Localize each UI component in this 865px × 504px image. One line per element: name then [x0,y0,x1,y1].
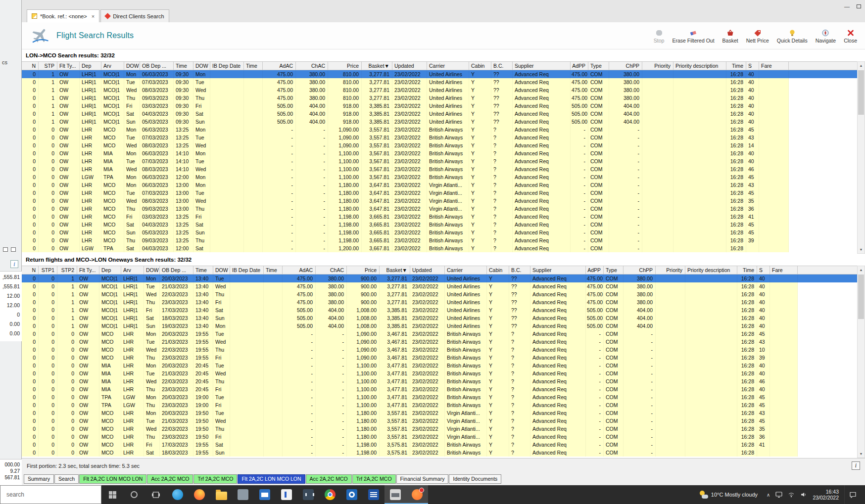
column-header-adac[interactable]: AdAC [263,62,296,70]
column-header-type[interactable]: Type [604,266,624,274]
restore-button[interactable] [857,4,861,9]
start-button[interactable] [101,485,123,504]
return-scrollbar[interactable]: ▲ ▼ [857,266,865,458]
scroll-down-icon[interactable]: ▼ [860,246,863,253]
column-header-n[interactable]: N [22,266,39,274]
result-row[interactable]: 00OWLHRMCOMon06/03/202313:00Mon--1,180.0… [22,181,857,189]
tab-booking-ref[interactable]: *Book. ref.: <none> × [27,9,99,22]
quick-details-button[interactable]: Quick Details [773,27,812,45]
result-row[interactable]: 01OWLHR|1MCO|1Wed08/03/202309:30Wed475.0… [22,86,857,94]
column-header-time[interactable]: Time [244,62,263,70]
column-header-adpp[interactable]: AdPP [586,266,604,274]
result-row[interactable]: 001OWMCO|1LHR|1Thu23/03/202313:40Fri475.… [22,298,857,306]
result-row[interactable]: 00OWLGWTPAMon06/03/202312:00Mon--1,100.0… [22,173,857,181]
display-icon[interactable] [775,492,782,498]
result-row[interactable]: 00OWLHRMCOThu09/03/202313:00Thu--1,180.0… [22,205,857,213]
bottom-tab[interactable]: Flt 2A,2C LON MCO LON [79,474,146,484]
bottom-tab[interactable]: Acc 2A,2C MCO [306,474,352,484]
column-header-basket-[interactable]: Basket▼ [380,266,410,274]
result-row[interactable]: 01OWLHR|1MCO|1Fri03/03/202309:30Fri505.0… [22,102,857,110]
panel-restore-icon[interactable] [11,247,16,252]
result-row[interactable]: 001OWMCO|1LHR|1Mon20/03/202313:40Tue475.… [22,275,857,282]
bottom-tab[interactable]: Trf 2A,2C MCO [352,474,396,484]
column-header-ib-dep-date[interactable]: IB Dep Date [230,266,264,274]
wiki-app-icon[interactable] [297,485,319,504]
column-header-time[interactable]: Time [726,62,746,70]
result-row[interactable]: 00OWLHRMCOWed08/03/202313:25Wed--1,090.0… [22,141,857,149]
result-row[interactable]: 000OWMCOLHRThu23/03/202319:50Fri--1,180.… [22,433,857,441]
column-header-basket-[interactable]: Basket▼ [362,62,392,70]
briefcase-app-icon[interactable] [232,485,254,504]
scroll-down-icon[interactable]: ▼ [860,450,863,458]
result-row[interactable]: 00OWLHRMCOSun05/03/202313:25Sun--1,198.0… [22,229,857,236]
result-row[interactable]: 00OWLHRMCOTue07/03/202313:00Tue--1,180.0… [22,189,857,197]
column-header-adac[interactable]: AdAC [283,266,316,274]
tray-expand-icon[interactable]: ∧ [767,492,770,498]
column-header-n[interactable]: N [22,62,39,70]
scroll-up-icon[interactable]: ▲ [860,62,863,69]
column-header-dep[interactable]: Dep [80,62,101,70]
result-row[interactable]: 000OWMCOLHRTue21/03/202319:50Wed--1,180.… [22,417,857,425]
column-header-cabin[interactable]: Cabin [469,62,491,70]
column-header-s[interactable]: S [757,266,770,274]
mail-icon[interactable] [254,485,276,504]
info-icon[interactable]: i [852,461,860,470]
column-header-chpp[interactable]: ChPP [609,62,642,70]
firefox-icon[interactable] [189,485,210,504]
tab-close-icon[interactable]: × [92,13,95,19]
column-header-price[interactable]: Price [328,62,362,70]
file-explorer-icon[interactable] [210,485,232,504]
column-header-s[interactable]: S [746,62,759,70]
column-header-chpp[interactable]: ChPP [624,266,656,274]
column-header-priority[interactable]: Priority [656,266,685,274]
bottom-tab[interactable]: Identity Documents [449,474,501,484]
outbound-scrollbar[interactable]: ▲ ▼ [857,61,865,254]
cortana-icon[interactable] [123,485,145,504]
column-header-b-c-[interactable]: B.C. [509,266,530,274]
bottom-tab[interactable]: Summary [24,474,54,484]
column-header-chac[interactable]: ChAC [296,62,328,70]
column-header-time[interactable]: Time [174,62,193,70]
result-row[interactable]: 00OWLHRMCOTue07/03/202313:25Tue--1,090.0… [22,134,857,141]
column-header-type[interactable]: Type [588,62,609,70]
result-row[interactable]: 000OWTPALGWThu23/03/202319:00Fri--1,100.… [22,401,857,409]
result-row[interactable]: 01OWLHR|1MCO|1Tue07/03/202309:30Tue475.0… [22,78,857,86]
column-header-priority-description[interactable]: Priority description [673,62,726,70]
action-center-icon[interactable] [844,485,861,504]
result-row[interactable]: 00OWLHRMIATue07/03/202314:10Tue--1,100.0… [22,157,857,165]
column-header-updated[interactable]: Updated [392,62,427,70]
network-icon[interactable] [788,492,795,498]
weather-widget[interactable]: 10°C Mostly cloudy [694,485,763,504]
result-row[interactable]: 000OWMIALHRWed22/03/202320:45Thu--1,100.… [22,377,857,385]
result-row[interactable]: 001OWMCO|1LHR|1Sat18/03/202313:40Sun505.… [22,314,857,322]
taskbar-clock[interactable]: 16:43 23/02/2022 [813,489,839,501]
scrollbar-track[interactable] [858,69,865,246]
column-header-time[interactable]: Time [737,266,757,274]
column-header-ob-dep-[interactable]: OB Dep ... [160,266,193,274]
column-header-ob-dep-[interactable]: OB Dep ... [140,62,174,70]
column-header-arv[interactable]: Arv [121,266,144,274]
column-header-dow[interactable]: DOW [213,266,230,274]
result-row[interactable]: 00OWLHRMCOThu09/03/202313:25Thu--1,198.0… [22,236,857,244]
scrollbar-thumb[interactable] [858,275,864,319]
column-header-chac[interactable]: ChAC [316,266,347,274]
column-header-stp2[interactable]: STP2 [57,266,77,274]
column-header-flt-ty-[interactable]: Flt Ty... [57,62,80,70]
result-row[interactable]: 000OWMCOLHRMon20/03/202319:50Tue--1,180.… [22,409,857,417]
volume-icon[interactable] [800,492,807,498]
column-header-dow[interactable]: DOW [124,62,140,70]
column-header-dow[interactable]: DOW [144,266,160,274]
close-button[interactable]: Close [840,27,861,45]
result-row[interactable]: 00OWLHRMCOSat04/03/202313:25Sat--1,198.0… [22,221,857,229]
result-row[interactable]: 00OWLHRMIAMon06/03/202314:10Mon--1,100.0… [22,149,857,157]
minimize-button[interactable]: — [844,4,850,9]
scrollbar-thumb[interactable] [858,70,864,115]
bottom-tab[interactable]: Acc 2A,2C MCO [147,474,193,484]
column-header-priority[interactable]: Priority [642,62,673,70]
erase-filtered-out-button[interactable]: Erase Filtered Out [668,27,718,45]
result-row[interactable]: 001OWMCO|1LHR|1Tue21/03/202313:40Wed475.… [22,282,857,290]
column-header-ib-dep-date[interactable]: IB Dep Date [210,62,244,70]
result-row[interactable]: 000OWTPALGWMon20/03/202319:00Tue--1,100.… [22,393,857,401]
column-header-fare[interactable]: Fare [770,266,798,274]
result-row[interactable]: 001OWMCO|1LHR|1Sun19/03/202313:40Mon505.… [22,322,857,330]
